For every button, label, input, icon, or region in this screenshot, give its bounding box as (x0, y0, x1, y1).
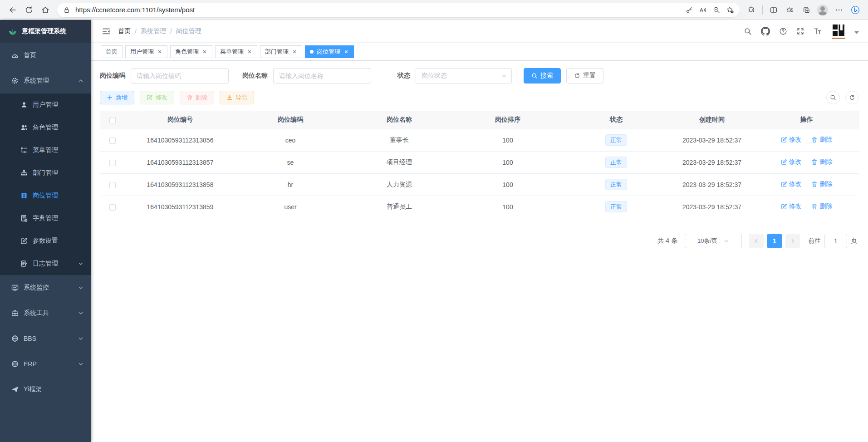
caret-down-icon[interactable] (854, 31, 859, 34)
sidebar-item-yi-framework[interactable]: Yi框架 (0, 377, 91, 402)
github-icon (761, 27, 770, 36)
row-delete-link[interactable]: 删除 (811, 136, 832, 144)
help-button[interactable] (779, 27, 787, 35)
browser-home-button[interactable] (37, 2, 54, 18)
collapse-sidebar-button[interactable] (97, 22, 115, 40)
close-tab-icon[interactable] (292, 49, 297, 54)
export-button[interactable]: 导出 (220, 91, 254, 104)
breadcrumb: 首页 / 系统管理 / 岗位管理 (118, 27, 201, 35)
goto-label: 前往 (808, 237, 821, 245)
page-content: 岗位编码 岗位名称 状态 岗位状态 搜索 重置 (91, 61, 868, 442)
goto-page-input[interactable] (824, 234, 847, 248)
row-delete-link[interactable]: 删除 (811, 180, 832, 188)
show-search-button[interactable] (826, 91, 840, 104)
sidebar-item-post-management[interactable]: 岗位管理 (0, 184, 91, 207)
post-code-input[interactable] (131, 68, 229, 83)
close-tab-icon[interactable] (343, 49, 349, 54)
sidebar-item-bbs[interactable]: BBS (0, 326, 91, 351)
split-screen-button[interactable] (765, 2, 782, 18)
status-select[interactable]: 岗位状态 (416, 68, 512, 83)
sidebar-item-system-management[interactable]: 系统管理 (0, 68, 91, 93)
prev-page-button[interactable] (749, 234, 764, 248)
reset-button[interactable]: 重置 (566, 68, 603, 83)
refresh-icon (849, 94, 855, 101)
sidebar-item-system-monitor[interactable]: 系统监控 (0, 275, 91, 300)
refresh-icon (574, 73, 580, 79)
post-code-label: 岗位编码 (100, 72, 125, 80)
user-avatar[interactable] (832, 24, 845, 39)
delete-button[interactable]: 删除 (180, 91, 214, 104)
sidebar-item-parameter-settings[interactable]: 参数设置 (0, 230, 91, 252)
close-tab-icon[interactable] (202, 49, 207, 54)
page-number-button[interactable]: 1 (767, 234, 782, 248)
tab-user-management[interactable]: 用户管理 (125, 45, 167, 58)
row-checkbox[interactable] (109, 160, 116, 166)
address-bar[interactable]: https://ccnetcore.com:1101/system/post (57, 3, 740, 17)
next-page-button[interactable] (785, 234, 800, 248)
favorites-bar-button[interactable] (782, 2, 798, 18)
sidebar-item-home[interactable]: 首页 (0, 43, 91, 68)
close-tab-icon[interactable] (157, 49, 162, 54)
browser-back-button[interactable] (5, 2, 21, 18)
row-edit-link[interactable]: 修改 (781, 158, 802, 166)
row-delete-link[interactable]: 删除 (811, 202, 832, 211)
collections-button[interactable] (798, 2, 814, 18)
extensions-button[interactable] (743, 2, 760, 18)
sidebar-item-department-management[interactable]: 部门管理 (0, 162, 91, 184)
zoom-out-button[interactable] (710, 4, 723, 16)
bing-chat-icon (851, 5, 860, 15)
refresh-table-button[interactable] (845, 91, 859, 104)
chevron-down-icon (724, 238, 729, 244)
sidebar-item-user-management[interactable]: 用户管理 (0, 93, 91, 116)
toolbar-divider (762, 5, 763, 15)
sidebar-item-menu-management[interactable]: 菜单管理 (0, 139, 91, 162)
cell-post-id: 1641030593112313859 (125, 196, 235, 218)
close-tab-icon[interactable] (247, 49, 252, 54)
bing-chat-button[interactable] (847, 2, 863, 18)
fullscreen-button[interactable] (796, 27, 804, 35)
sidebar-item-log-management[interactable]: 日志管理 (0, 252, 91, 275)
breadcrumb-home[interactable]: 首页 (118, 27, 131, 35)
org-tree-icon (20, 169, 28, 177)
favorite-add-button[interactable] (723, 4, 737, 16)
row-edit-link[interactable]: 修改 (781, 180, 802, 188)
github-link-button[interactable] (761, 27, 770, 36)
tab-role-management[interactable]: 角色管理 (170, 45, 212, 58)
url-text[interactable]: https://ccnetcore.com:1101/system/post (74, 6, 682, 14)
system-submenu: 用户管理 角色管理 菜单管理 部门管理 岗位管理 (0, 93, 91, 275)
sidebar-item-erp[interactable]: ERP (0, 351, 91, 377)
row-edit-link[interactable]: 修改 (781, 136, 802, 144)
edit-pencil-icon (781, 137, 787, 143)
tab-department-management[interactable]: 部门管理 (260, 45, 302, 58)
select-all-checkbox[interactable] (109, 117, 116, 123)
site-permissions-button[interactable] (60, 4, 74, 16)
row-edit-link[interactable]: 修改 (781, 202, 802, 211)
tab-home[interactable]: 首页 (101, 45, 123, 58)
add-button[interactable]: 新增 (100, 91, 134, 104)
text-size-button[interactable] (814, 27, 823, 36)
search-button[interactable]: 搜索 (524, 68, 561, 83)
row-checkbox[interactable] (109, 204, 116, 211)
browser-settings-button[interactable] (831, 2, 847, 18)
page-size-select[interactable]: 10条/页 (685, 234, 742, 248)
edit-button[interactable]: 修改 (140, 91, 174, 104)
read-aloud-button[interactable] (696, 4, 710, 16)
tab-post-management[interactable]: 岗位管理 (305, 45, 354, 58)
row-checkbox[interactable] (109, 138, 116, 144)
tab-menu-management[interactable]: 菜单管理 (215, 45, 257, 58)
browser-refresh-button[interactable] (21, 2, 37, 18)
sidebar-item-system-tools[interactable]: 系统工具 (0, 300, 91, 326)
row-delete-link[interactable]: 删除 (811, 158, 832, 166)
browser-profile-button[interactable] (814, 2, 831, 18)
sidebar-item-role-management[interactable]: 角色管理 (0, 116, 91, 139)
table-tools (826, 91, 859, 104)
trash-icon (186, 94, 193, 101)
password-button[interactable] (682, 4, 696, 16)
row-checkbox[interactable] (109, 182, 116, 188)
help-icon (779, 27, 787, 35)
post-name-input[interactable] (273, 68, 371, 83)
trash-icon (811, 159, 818, 165)
chevron-down-icon (78, 361, 83, 367)
header-search-button[interactable] (744, 27, 752, 35)
sidebar-item-dictionary-management[interactable]: 字典管理 (0, 207, 91, 230)
